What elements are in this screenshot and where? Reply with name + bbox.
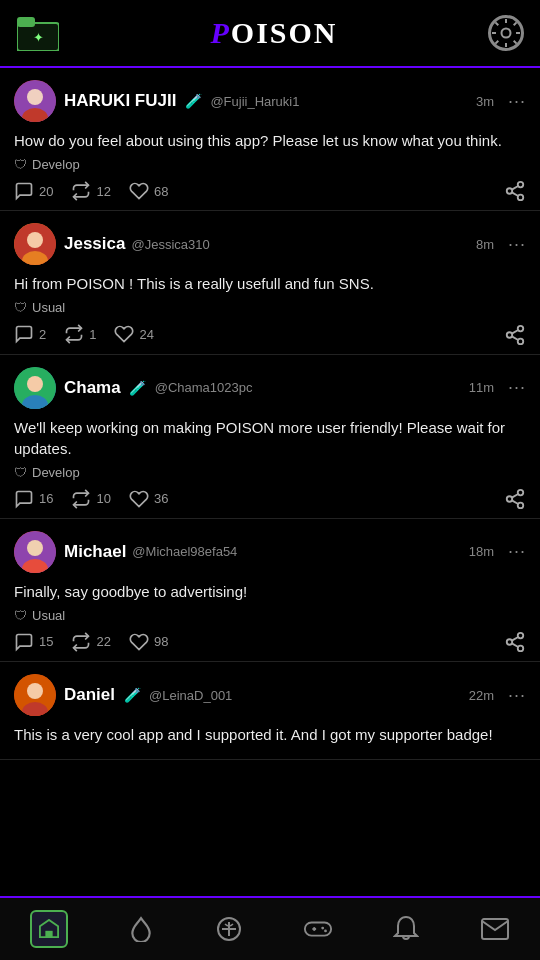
post-content: Finally, say goodbye to advertising! <box>14 581 526 602</box>
nav-game[interactable] <box>303 918 333 940</box>
svg-point-55 <box>321 927 324 930</box>
post-more-btn[interactable]: ··· <box>508 377 526 398</box>
post-tag: 🛡 Usual <box>14 300 526 315</box>
svg-point-32 <box>507 496 513 502</box>
avatar <box>14 674 56 716</box>
post-content: Hi from POISON ! This is a really useful… <box>14 273 526 294</box>
svg-point-15 <box>518 182 524 188</box>
post-badge: 🧪 <box>127 377 149 399</box>
post-username: HARUKI FUJII <box>64 91 176 111</box>
svg-line-42 <box>512 643 518 647</box>
post-handle: @Chama1023pc <box>155 380 253 395</box>
like-btn[interactable]: 24 <box>114 324 153 344</box>
posts-feed: HARUKI FUJII 🧪 @Fujii_Haruki1 3m ··· How… <box>0 68 540 830</box>
svg-point-39 <box>518 633 524 639</box>
nav-trending[interactable] <box>128 916 154 942</box>
svg-line-18 <box>512 193 518 197</box>
svg-rect-1 <box>17 17 35 27</box>
post-badge: 🧪 <box>121 684 143 706</box>
avatar <box>14 531 56 573</box>
post-more-btn[interactable]: ··· <box>508 541 526 562</box>
svg-line-35 <box>512 494 518 498</box>
post-5: Daniel 🧪 @LeinaD_001 22m ··· This is a v… <box>0 662 540 760</box>
post-2: Jessica @Jessica310 8m ··· Hi from POISO… <box>0 211 540 354</box>
app-header: ✦ POISON <box>0 0 540 68</box>
svg-point-31 <box>518 490 524 496</box>
post-4: Michael @Michael98efa54 18m ··· Finally,… <box>0 519 540 662</box>
post-content: We'll keep working on making POISON more… <box>14 417 526 459</box>
svg-point-37 <box>27 540 43 556</box>
post-username: Jessica <box>64 234 125 254</box>
folder-logo: ✦ <box>16 11 60 55</box>
repost-btn[interactable]: 12 <box>71 181 110 201</box>
svg-point-24 <box>507 332 513 338</box>
like-btn[interactable]: 36 <box>129 489 168 509</box>
comment-btn[interactable]: 15 <box>14 632 53 652</box>
post-username: Chama <box>64 378 121 398</box>
svg-point-40 <box>507 639 513 645</box>
home-icon <box>30 910 68 948</box>
svg-point-29 <box>27 376 43 392</box>
post-badge: 🧪 <box>182 90 204 112</box>
svg-line-11 <box>495 41 498 44</box>
post-time: 3m <box>476 94 494 109</box>
svg-line-10 <box>514 22 517 25</box>
repost-btn[interactable]: 10 <box>71 489 110 509</box>
post-handle: @Michael98efa54 <box>132 544 237 559</box>
comment-btn[interactable]: 20 <box>14 181 53 201</box>
post-actions: 2 1 24 <box>14 323 526 345</box>
post-more-btn[interactable]: ··· <box>508 234 526 255</box>
svg-line-9 <box>514 41 517 44</box>
post-content: This is a very cool app and I supported … <box>14 724 526 745</box>
comment-btn[interactable]: 2 <box>14 324 46 344</box>
post-3: Chama 🧪 @Chama1023pc 11m ··· We'll keep … <box>0 355 540 519</box>
svg-point-41 <box>518 646 524 652</box>
repost-btn[interactable]: 1 <box>64 324 96 344</box>
post-actions: 15 22 98 <box>14 631 526 653</box>
post-more-btn[interactable]: ··· <box>508 91 526 112</box>
nav-home[interactable] <box>30 910 68 948</box>
svg-line-43 <box>512 637 518 641</box>
svg-line-19 <box>512 186 518 190</box>
avatar <box>14 80 56 122</box>
svg-point-21 <box>27 232 43 248</box>
post-handle: @Jessica310 <box>131 237 209 252</box>
post-tag: 🛡 Develop <box>14 465 526 480</box>
share-btn[interactable] <box>504 323 526 345</box>
svg-point-56 <box>324 929 327 932</box>
share-btn[interactable] <box>504 488 526 510</box>
share-btn[interactable] <box>504 631 526 653</box>
like-btn[interactable]: 68 <box>129 181 168 201</box>
svg-point-25 <box>518 338 524 344</box>
post-more-btn[interactable]: ··· <box>508 685 526 706</box>
post-time: 22m <box>469 688 494 703</box>
nav-food[interactable] <box>215 915 243 943</box>
post-username: Michael <box>64 542 126 562</box>
svg-point-3 <box>502 29 511 38</box>
share-btn[interactable] <box>504 180 526 202</box>
post-handle: @LeinaD_001 <box>149 688 232 703</box>
post-time: 8m <box>476 237 494 252</box>
svg-point-33 <box>518 502 524 508</box>
nav-notifications[interactable] <box>393 915 419 943</box>
comment-btn[interactable]: 16 <box>14 489 53 509</box>
svg-line-27 <box>512 329 518 333</box>
svg-text:✦: ✦ <box>33 30 44 45</box>
post-tag: 🛡 Develop <box>14 157 526 172</box>
repost-btn[interactable]: 22 <box>71 632 110 652</box>
post-1: HARUKI FUJII 🧪 @Fujii_Haruki1 3m ··· How… <box>0 68 540 211</box>
post-username: Daniel <box>64 685 115 705</box>
svg-rect-52 <box>305 922 331 935</box>
nav-messages[interactable] <box>480 917 510 941</box>
svg-line-34 <box>512 500 518 504</box>
svg-point-17 <box>518 195 524 201</box>
post-actions: 16 10 36 <box>14 488 526 510</box>
post-tag: 🛡 Usual <box>14 608 526 623</box>
svg-point-13 <box>27 89 43 105</box>
post-actions: 20 12 68 <box>14 180 526 202</box>
svg-line-8 <box>495 22 498 25</box>
like-btn[interactable]: 98 <box>129 632 168 652</box>
settings-icon[interactable] <box>488 15 524 51</box>
post-time: 11m <box>469 380 494 395</box>
svg-point-45 <box>27 683 43 699</box>
